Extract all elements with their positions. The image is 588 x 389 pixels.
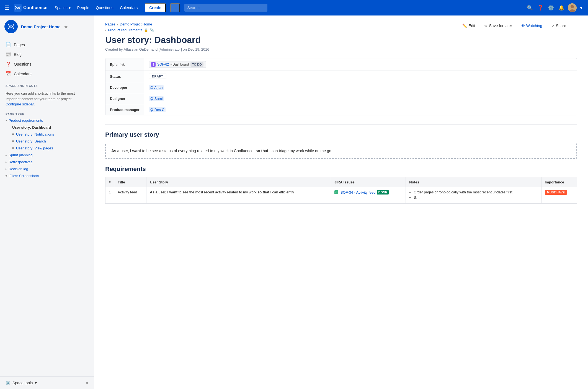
questions-nav-link[interactable]: Questions (93, 4, 116, 12)
product-manager-value: @ Des C (144, 104, 577, 115)
blog-icon: 📰 (6, 52, 11, 57)
notes-list: Order pages chronologically with the mos… (409, 190, 538, 199)
page-actions: ✏️ Edit ☆ Save for later 👁 Watching ↗ Sh… (460, 22, 577, 29)
help-icon[interactable]: ❓ (536, 4, 545, 12)
tree-item-label: User story: Dashboard (12, 125, 51, 129)
jira-green-icon: ✓ (334, 190, 338, 194)
tree-item-user-story-dashboard[interactable]: User story: Dashboard (0, 124, 94, 131)
page-meta: Created by Atlassian OnDemand [Administr… (105, 47, 577, 51)
space-tools-button[interactable]: ⚙️ Space tools ▾ (6, 381, 37, 385)
notifications-icon[interactable]: 🔔 (557, 4, 566, 12)
sidebar-item-questions[interactable]: ❓ Questions (0, 59, 94, 69)
page-title: User story: Dashboard (105, 35, 577, 45)
designer-label: Designer (105, 93, 144, 104)
star-icon[interactable]: ★ (64, 24, 68, 29)
tree-item-user-story-notifications[interactable]: User story: Notifications (0, 131, 94, 138)
epic-value: S SOF-62 - Dashboard TO DO (144, 58, 577, 71)
col-importance: Importance (541, 177, 577, 187)
row-num: 1 (105, 187, 114, 204)
designer-mention[interactable]: @ Sami (149, 96, 164, 101)
info-row-epic: Epic link S SOF-62 - Dashboard TO DO (105, 58, 577, 71)
breadcrumb-pages[interactable]: Pages (105, 22, 115, 26)
jira-epic-icon: S (151, 62, 156, 67)
col-jira-issues: JIRA Issues (331, 177, 406, 187)
jira-issue-row[interactable]: ✓ SOF-34 - Activity feed DONE (334, 190, 403, 194)
tree-item-user-story-view-pages[interactable]: User story: View pages (0, 145, 94, 152)
project-name[interactable]: Demo Project Home (21, 24, 61, 29)
people-nav-link[interactable]: People (74, 4, 92, 12)
sidebar-item-pages[interactable]: 📄 Pages (0, 40, 94, 50)
nav-links: Spaces ▾ People Questions Calendars (52, 4, 140, 12)
info-row-product-manager: Product manager @ Des C (105, 104, 577, 115)
main-content: Pages / Demo Project Home / Product requ… (94, 15, 588, 389)
developer-value: @ Arjan (144, 82, 577, 93)
edit-button[interactable]: ✏️ Edit (460, 22, 477, 29)
collapse-sidebar-button[interactable]: « (86, 380, 88, 386)
attachment-icon: 📎 (150, 28, 154, 32)
tree-item-files-screenshots[interactable]: Files: Screenshots (0, 172, 94, 179)
lock-icon: 🔒 (144, 28, 148, 32)
tree-item-retrospectives[interactable]: ▸ Retrospectives (0, 159, 94, 165)
tree-item-user-story-search[interactable]: User story: Search (0, 138, 94, 145)
sidebar-header: Demo Project Home ★ (0, 15, 94, 38)
user-avatar[interactable] (568, 3, 577, 12)
requirements-heading: Requirements (105, 165, 577, 173)
jira-epic-ref[interactable]: SOF-62 (157, 63, 169, 66)
dropdown-arrow-icon: ▾ (35, 381, 37, 385)
tree-item-sprint-planning[interactable]: ▸ Sprint planning (0, 152, 94, 159)
designer-value: @ Sami (144, 93, 577, 104)
breadcrumb-demo-project[interactable]: Demo Project Home (120, 22, 152, 26)
breadcrumb-separator: / (117, 22, 118, 26)
top-navigation: ☰ Confluence Spaces ▾ People Questions C… (0, 0, 588, 15)
col-num: # (105, 177, 114, 187)
section-divider (105, 124, 577, 125)
story-row-bold-1: As a (150, 190, 157, 194)
calendars-nav-link[interactable]: Calendars (117, 4, 140, 12)
hamburger-menu-icon[interactable]: ☰ (4, 4, 9, 11)
bullet-icon (12, 133, 14, 135)
developer-mention[interactable]: @ Arjan (149, 85, 164, 90)
product-manager-mention[interactable]: @ Des C (149, 107, 166, 112)
save-for-later-button[interactable]: ☆ Save for later (482, 22, 514, 29)
questions-label: Questions (14, 62, 31, 66)
primary-story-heading: Primary user story (105, 131, 577, 138)
tree-item-decision-log[interactable]: ▸ Decision log (0, 165, 94, 172)
sidebar-item-calendars[interactable]: 📅 Calendars (0, 69, 94, 79)
user-dropdown-icon[interactable]: ▾ (579, 4, 584, 12)
settings-icon[interactable]: ⚙️ (547, 4, 555, 12)
info-row-designer: Designer @ Sami (105, 93, 577, 104)
chevron-down-icon: ▾ (6, 119, 7, 122)
search-input[interactable] (184, 4, 267, 12)
jira-issue-ref[interactable]: SOF-34 (341, 190, 353, 194)
spaces-nav-link[interactable]: Spaces ▾ (52, 4, 73, 12)
more-actions-icon[interactable]: ··· (573, 23, 577, 29)
configure-sidebar-link[interactable]: Configure sidebar. (6, 102, 35, 106)
tree-item-product-requirements[interactable]: ▾ Product requirements (0, 117, 94, 124)
sidebar-item-blog[interactable]: 📰 Blog (0, 50, 94, 59)
sidebar-navigation: 📄 Pages 📰 Blog ❓ Questions 📅 Calendars (0, 38, 94, 81)
requirements-table: # Title User Story JIRA Issues Notes Imp… (105, 177, 577, 204)
logo-text: Confluence (23, 5, 47, 10)
story-bold-2: I want (130, 149, 141, 153)
bullet-icon (12, 147, 14, 149)
watching-button[interactable]: 👁 Watching (519, 22, 545, 29)
create-button[interactable]: Create (145, 3, 166, 12)
more-options-button[interactable]: ··· (170, 3, 180, 12)
calendars-label: Calendars (14, 72, 32, 76)
gear-icon: ⚙️ (6, 381, 10, 385)
breadcrumb-product-requirements[interactable]: Product requirements (108, 28, 142, 32)
edit-icon: ✏️ (462, 24, 467, 28)
jira-epic-tag[interactable]: S SOF-62 - Dashboard TO DO (149, 61, 206, 68)
search-icon[interactable]: 🔍 (526, 4, 534, 12)
bullet-icon (12, 140, 14, 142)
epic-label: Epic link (105, 58, 144, 71)
share-button[interactable]: ↗ Share (549, 22, 568, 29)
developer-label: Developer (105, 82, 144, 93)
jira-issue-title: - Activity feed (354, 190, 375, 194)
status-badge: DRAFT (149, 74, 166, 79)
calendars-icon: 📅 (6, 71, 11, 76)
confluence-logo[interactable]: Confluence (14, 4, 47, 12)
page-tree-title: PAGE TREE (0, 109, 94, 117)
story-row-bold-2: I want (167, 190, 177, 194)
must-have-badge: MUST HAVE (545, 190, 567, 195)
